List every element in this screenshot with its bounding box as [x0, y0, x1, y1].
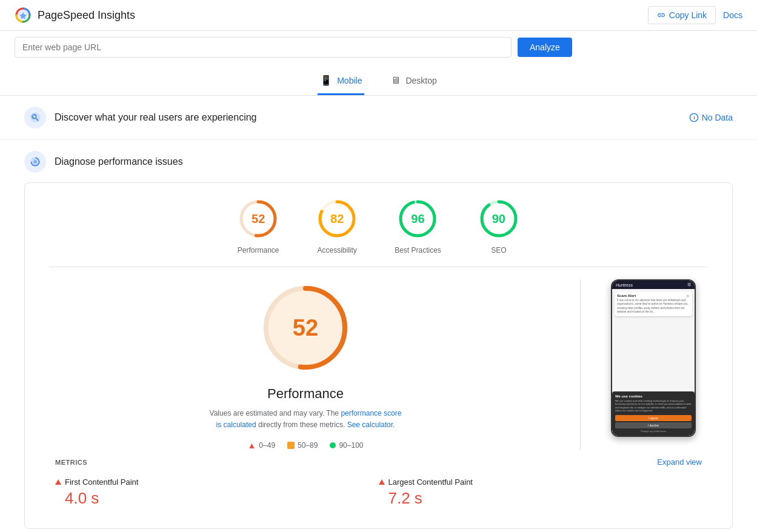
mp-cookie-banner: We use cookies We use cookies and other … [612, 391, 695, 436]
header-left: PageSpeed Insights [15, 7, 135, 24]
score-label-seo: SEO [491, 246, 506, 254]
tab-mobile-label: Mobile [337, 76, 362, 85]
diagnose-icon [24, 151, 46, 173]
discover-left: Discover what your real users are experi… [24, 107, 256, 128]
mobile-icon: 📱 [320, 75, 332, 86]
score-divider [49, 267, 708, 267]
copy-link-label: Copy Link [669, 10, 707, 20]
legend-red: ▲ 0–49 [248, 441, 276, 450]
score-label-accessibility: Accessibility [317, 246, 356, 254]
mp-cookie-text: We use cookies and other tracking techno… [615, 399, 692, 413]
tab-desktop-label: Desktop [405, 76, 436, 85]
info-icon: i [689, 113, 699, 122]
tab-desktop[interactable]: 🖥 Desktop [389, 68, 439, 95]
expand-view-link[interactable]: Expand view [657, 457, 702, 467]
tab-mobile[interactable]: 📱 Mobile [318, 68, 364, 95]
mp-scam-alert: Scam Alert ✕ It has come to our attentio… [615, 291, 692, 316]
pagespeed-logo [15, 7, 32, 24]
metric-item-lcp: Largest Contentful Paint 7.2 s [379, 471, 702, 514]
mp-cookie-decline[interactable]: I decline [615, 422, 692, 428]
perf-left: 52 Performance Values are estimated and … [55, 279, 556, 450]
score-ring-best-practices: 96 [396, 198, 439, 240]
score-value-seo: 90 [492, 212, 505, 226]
score-cards-row: 52 Performance 82 Accessibility [49, 198, 708, 254]
perf-big-score: 52 [293, 315, 318, 341]
red-triangle-icon: ▲ [248, 441, 256, 450]
mobile-preview-inner: Huntress ☰ Scam Alert ✕ It has come to o… [612, 281, 695, 436]
perf-detail-area: 52 Performance Values are estimated and … [49, 279, 708, 450]
score-card-seo[interactable]: 90 SEO [478, 198, 520, 254]
app-title: PageSpeed Insights [38, 9, 135, 22]
mp-menu-icon: ☰ [687, 282, 691, 287]
perf-right: Huntress ☰ Scam Alert ✕ It has come to o… [605, 279, 702, 437]
score-cards-box: 52 Performance 82 Accessibility [24, 182, 733, 529]
score-value-accessibility: 82 [330, 212, 344, 226]
perf-big-label: Performance [267, 386, 344, 402]
mp-topbar: Huntress ☰ [612, 281, 695, 289]
url-bar-area: Analyze [0, 31, 757, 64]
see-calculator-link[interactable]: See calculator. [347, 421, 395, 429]
svg-point-9 [34, 161, 37, 164]
diagnose-header: Diagnose performance issues [24, 151, 733, 173]
metric-item-fcp: First Contentful Paint 4.0 s [55, 471, 379, 514]
tabs-row: 📱 Mobile 🖥 Desktop [0, 64, 757, 96]
score-ring-seo: 90 [478, 198, 520, 240]
metric-name-row-fcp: First Contentful Paint [55, 477, 379, 487]
green-dot-icon [330, 442, 336, 448]
svg-point-4 [34, 114, 36, 116]
perf-big-ring: 52 [257, 279, 354, 376]
metrics-label: METRICS [55, 459, 87, 466]
orange-square-icon [287, 442, 295, 449]
score-label-best-practices: Best Practices [395, 246, 441, 254]
mp-brand: Huntress [616, 283, 633, 287]
legend-green: 90–100 [330, 441, 363, 450]
no-data-label: No Data [702, 113, 733, 122]
score-value-best-practices: 96 [411, 212, 424, 226]
lcp-warning-icon [379, 479, 385, 485]
score-ring-performance: 52 [237, 198, 279, 240]
legend-orange: 50–89 [287, 441, 318, 450]
mp-content: Scam Alert ✕ It has come to our attentio… [612, 289, 695, 436]
docs-link[interactable]: Docs [723, 10, 742, 20]
analyze-button[interactable]: Analyze [518, 38, 572, 57]
desktop-icon: 🖥 [391, 75, 401, 86]
metrics-grid: First Contentful Paint 4.0 s Largest Con… [49, 471, 708, 514]
header-right: Copy Link Docs [648, 6, 742, 24]
diagnose-section: Diagnose performance issues 52 Performan… [0, 140, 757, 529]
no-data-link[interactable]: i No Data [689, 113, 733, 122]
svg-point-5 [32, 116, 34, 118]
metric-value-lcp: 7.2 s [389, 489, 702, 508]
discover-title: Discover what your real users are experi… [55, 112, 256, 123]
score-value-performance: 52 [252, 212, 265, 226]
discover-section: Discover what your real users are experi… [0, 96, 757, 140]
header: PageSpeed Insights Copy Link Docs [0, 0, 757, 31]
discover-icon [24, 107, 46, 128]
perf-legend: ▲ 0–49 50–89 90–100 [248, 441, 364, 450]
metric-name-lcp: Largest Contentful Paint [389, 477, 473, 487]
diagnose-title: Diagnose performance issues [55, 156, 183, 167]
mp-close-icon: ✕ [686, 294, 690, 299]
score-card-accessibility[interactable]: 82 Accessibility [316, 198, 358, 254]
mp-scam-text: It has come to our attention that there … [617, 299, 690, 314]
score-ring-accessibility: 82 [316, 198, 358, 240]
mp-cookie-agree[interactable]: I agree [615, 415, 692, 421]
metric-name-fcp: First Contentful Paint [65, 477, 138, 487]
score-card-performance[interactable]: 52 Performance [237, 198, 279, 254]
svg-text:i: i [693, 115, 695, 121]
metric-name-row-lcp: Largest Contentful Paint [379, 477, 702, 487]
metrics-header-row: METRICS Expand view [49, 450, 708, 471]
mp-scam-title: Scam Alert [617, 294, 636, 298]
metric-value-fcp: 4.0 s [65, 489, 379, 508]
url-input[interactable] [15, 37, 512, 58]
copy-link-button[interactable]: Copy Link [648, 6, 716, 24]
mp-cookie-title: We use cookies [615, 394, 692, 398]
score-card-best-practices[interactable]: 96 Best Practices [395, 198, 441, 254]
mp-cookie-change[interactable]: Change my preferences [615, 430, 692, 433]
link-icon [657, 11, 665, 19]
vertical-divider [580, 279, 581, 450]
fcp-warning-icon [55, 479, 61, 485]
score-label-performance: Performance [238, 246, 279, 254]
mobile-preview: Huntress ☰ Scam Alert ✕ It has come to o… [611, 279, 696, 437]
perf-description: Values are estimated and may vary. The p… [208, 408, 402, 431]
